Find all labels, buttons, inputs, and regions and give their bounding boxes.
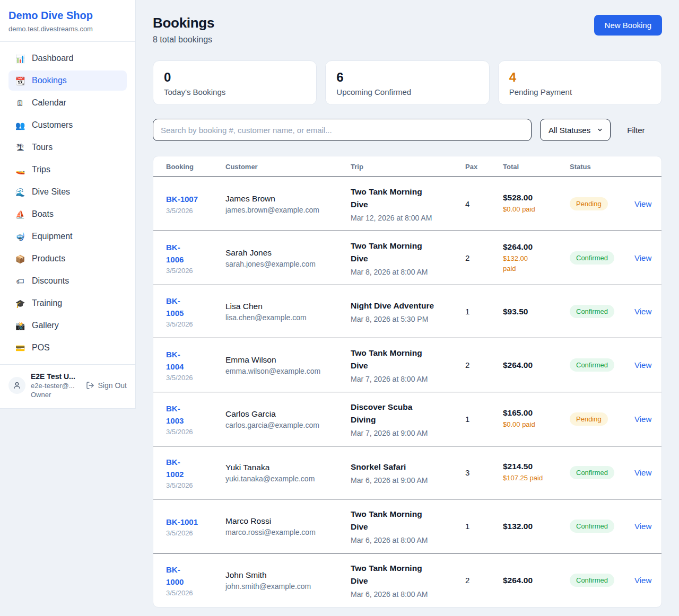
sidebar-item-products[interactable]: 📦 Products — [8, 249, 127, 269]
table-row: BK- 1004 3/5/2026 Emma Wilson emma.wilso… — [153, 338, 661, 392]
sidebar-item-discounts[interactable]: 🏷 Discounts — [8, 271, 127, 291]
sidebar-item-customers[interactable]: 👥 Customers — [8, 115, 127, 135]
booking-id-link[interactable]: BK- 1006 — [166, 241, 225, 266]
pax-cell: 1 — [465, 522, 503, 531]
sidebar-item-bookings[interactable]: 📆 Bookings — [8, 71, 127, 91]
trip-cell: Discover Scuba Diving Mar 7, 2026 at 9:0… — [351, 401, 465, 437]
customer-cell: Yuki Tanaka yuki.tanaka@example.com — [225, 463, 351, 483]
user-role: Owner — [31, 391, 75, 399]
status-badge: Confirmed — [570, 466, 614, 479]
booking-id-link[interactable]: BK- 1000 — [166, 564, 225, 588]
table-header-row: Booking Customer Trip Pax Total Status — [153, 156, 661, 177]
view-link[interactable]: View — [634, 307, 651, 316]
sidebar-item-tours[interactable]: 🏝 Tours — [8, 137, 127, 157]
filter-button[interactable]: Filter — [627, 126, 645, 135]
trip-cell: Snorkel Safari Mar 6, 2026 at 9:00 AM — [351, 461, 465, 485]
booking-date: 3/5/2026 — [166, 428, 225, 436]
brand-name: Demo Dive Shop — [8, 10, 127, 22]
sidebar-item-label: Products — [32, 254, 65, 263]
total-cell: $264.00 $132.00 paid — [503, 242, 570, 274]
discounts-icon: 🏷 — [15, 277, 25, 285]
booking-id-link[interactable]: BK- 1005 — [166, 295, 225, 320]
booking-id-link[interactable]: BK- 1003 — [166, 402, 225, 427]
booking-id-link[interactable]: BK- 1002 — [166, 456, 225, 481]
customer-name: Marco Rossi — [225, 516, 351, 526]
booking-cell: BK- 1005 3/5/2026 — [166, 295, 225, 329]
sidebar-item-trips[interactable]: 🚤 Trips — [8, 160, 127, 180]
trip-cell: Night Dive Adventure Mar 8, 2026 at 5:30… — [351, 300, 465, 323]
sidebar-item-calendar[interactable]: 🗓 Calendar — [8, 93, 127, 113]
total-amount: $214.50 — [503, 462, 570, 471]
table-row: BK- 1000 3/5/2026 John Smith john.smith@… — [153, 553, 661, 607]
sign-out-label: Sign Out — [98, 381, 127, 390]
pax-cell: 1 — [465, 307, 503, 316]
table-row: BK- 1002 3/5/2026 Yuki Tanaka yuki.tanak… — [153, 446, 661, 499]
status-filter-value: All Statuses — [549, 126, 590, 135]
sidebar-item-label: Dashboard — [32, 54, 73, 63]
pax-cell: 4 — [465, 199, 503, 208]
column-header-trip: Trip — [351, 163, 465, 171]
paid-amount: $132.00 paid — [503, 254, 570, 274]
trip-cell: Two Tank Morning Dive Mar 6, 2026 at 8:0… — [351, 508, 465, 544]
sidebar-item-equipment[interactable]: 🤿 Equipment — [8, 226, 127, 247]
person-icon — [13, 381, 21, 390]
sign-out-button[interactable]: Sign Out — [86, 381, 127, 390]
total-amount: $264.00 — [503, 576, 570, 585]
actions-cell: View — [634, 253, 649, 263]
stat-label: Today's Bookings — [164, 87, 306, 96]
customer-cell: Sarah Jones sarah.jones@example.com — [225, 248, 351, 268]
booking-id-link[interactable]: BK-1001 — [166, 516, 225, 528]
customer-cell: Emma Wilson emma.wilson@example.com — [225, 355, 351, 375]
column-header-total: Total — [503, 163, 570, 171]
trip-name: Two Tank Morning Dive — [351, 186, 465, 211]
customer-name: Sarah Jones — [225, 248, 351, 258]
view-link[interactable]: View — [634, 468, 651, 477]
equipment-icon: 🤿 — [15, 233, 25, 241]
sidebar-item-pos[interactable]: 💳 POS — [8, 338, 127, 358]
sidebar-item-dashboard[interactable]: 📊 Dashboard — [8, 48, 127, 68]
sidebar-item-dive-sites[interactable]: 🌊 Dive Sites — [8, 182, 127, 202]
main-content: Bookings 8 total bookings New Booking 0 … — [136, 0, 679, 616]
booking-id-link[interactable]: BK-1007 — [166, 193, 225, 205]
table-row: BK- 1005 3/5/2026 Lisa Chen lisa.chen@ex… — [153, 285, 661, 338]
stat-card: 6 Upcoming Confirmed — [325, 60, 489, 105]
status-filter-select[interactable]: All Statuses — [540, 119, 611, 141]
page-header: Bookings 8 total bookings New Booking — [153, 15, 662, 45]
total-cell: $264.00 — [503, 576, 570, 585]
total-cell: $165.00 $0.00 paid — [503, 408, 570, 430]
actions-cell: View — [634, 522, 649, 531]
sidebar-nav: 📊 Dashboard 📆 Bookings 🗓 Calendar 👥 Cust… — [0, 42, 135, 364]
status-badge: Pending — [570, 197, 608, 210]
trips-icon: 🚤 — [15, 166, 25, 174]
view-link[interactable]: View — [634, 576, 651, 585]
trip-datetime: Mar 8, 2026 at 5:30 PM — [351, 315, 465, 323]
view-link[interactable]: View — [634, 199, 651, 208]
sidebar-item-training[interactable]: 🎓 Training — [8, 293, 127, 313]
view-link[interactable]: View — [634, 415, 651, 424]
user-name: E2E Test U... — [31, 372, 75, 381]
sidebar-item-gallery[interactable]: 📸 Gallery — [8, 315, 127, 336]
search-input[interactable] — [153, 119, 532, 141]
booking-id-link[interactable]: BK- 1004 — [166, 348, 225, 373]
customers-icon: 👥 — [15, 121, 25, 129]
stat-label: Upcoming Confirmed — [336, 87, 478, 96]
customer-email: lisa.chen@example.com — [225, 313, 351, 322]
actions-cell: View — [634, 307, 649, 316]
actions-cell: View — [634, 468, 649, 478]
customer-email: yuki.tanaka@example.com — [225, 474, 351, 483]
table-row: BK-1007 3/5/2026 James Brown james.brown… — [153, 177, 661, 231]
pax-cell: 2 — [465, 253, 503, 262]
stat-label: Pending Payment — [509, 87, 651, 96]
boats-icon: ⛵ — [15, 210, 25, 218]
view-link[interactable]: View — [634, 253, 651, 262]
new-booking-button[interactable]: New Booking — [594, 15, 662, 36]
products-icon: 📦 — [15, 255, 25, 263]
sidebar-item-label: Gallery — [32, 321, 59, 330]
status-cell: Confirmed — [570, 466, 634, 479]
sidebar-item-label: Trips — [32, 165, 50, 174]
sidebar-item-boats[interactable]: ⛵ Boats — [8, 204, 127, 224]
status-cell: Confirmed — [570, 358, 634, 372]
customer-name: Carlos Garcia — [225, 409, 351, 419]
view-link[interactable]: View — [634, 522, 651, 531]
view-link[interactable]: View — [634, 360, 651, 369]
